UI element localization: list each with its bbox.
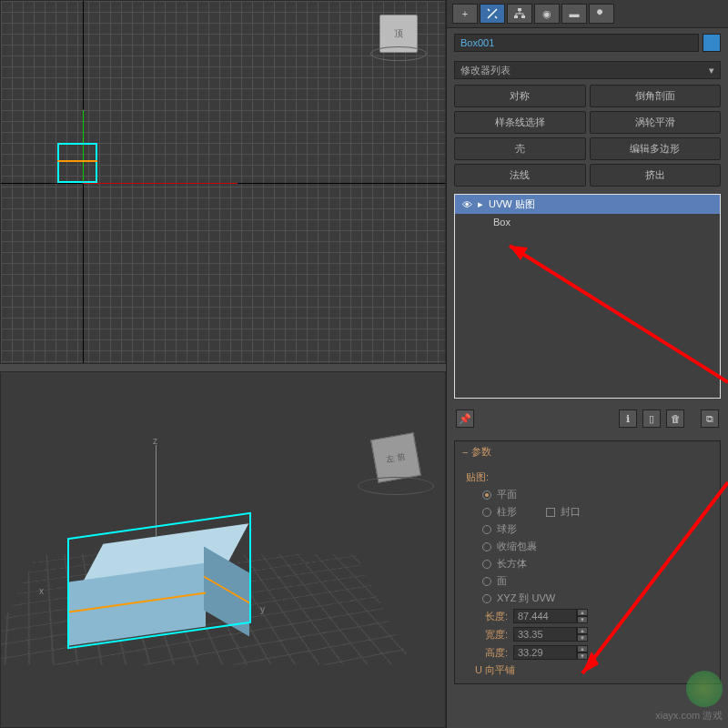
height-label: 高度: bbox=[475, 646, 508, 660]
btn-normal[interactable]: 法线 bbox=[454, 164, 586, 187]
stack-toolbar: 📌 ℹ ▯ 🗑 ⧉ bbox=[454, 404, 721, 433]
viewport-perspective[interactable]: z x y 左 前 bbox=[0, 371, 446, 728]
height-input[interactable] bbox=[513, 645, 577, 660]
width-input[interactable] bbox=[513, 627, 577, 642]
rollout-header[interactable]: 参数 bbox=[455, 441, 720, 462]
parameters-rollout: 参数 贴图: 平面 柱形封口 球形 收缩包裹 长方体 面 XYZ 到 UVW 长… bbox=[454, 440, 721, 684]
spinner-up-icon[interactable]: ▲ bbox=[577, 609, 588, 616]
hierarchy-icon bbox=[513, 7, 526, 20]
radio-icon bbox=[482, 542, 491, 551]
svg-rect-2 bbox=[521, 15, 525, 18]
selected-object-bounds[interactable] bbox=[57, 143, 97, 183]
btn-turbosmooth[interactable]: 涡轮平滑 bbox=[590, 111, 722, 134]
btn-extrude[interactable]: 挤出 bbox=[590, 164, 722, 187]
svg-rect-1 bbox=[514, 15, 518, 18]
modifier-stack[interactable]: 👁 ▸ UVW 贴图 Box bbox=[454, 194, 721, 399]
spinner-up-icon[interactable]: ▲ bbox=[577, 627, 588, 634]
viewcube-perspective[interactable]: 左 前 bbox=[374, 436, 418, 480]
radio-icon bbox=[482, 560, 491, 569]
height-spinner[interactable]: ▲▼ bbox=[513, 645, 588, 660]
u-tile-label: U 向平铺 bbox=[475, 663, 515, 677]
watermark-site: xiayx.com bbox=[655, 710, 700, 721]
tab-modify[interactable] bbox=[480, 4, 505, 24]
viewcube-ring[interactable] bbox=[370, 46, 427, 61]
radio-icon bbox=[482, 525, 491, 534]
btn-symmetry[interactable]: 对称 bbox=[454, 85, 586, 107]
configure-sets-button[interactable]: ⧉ bbox=[701, 410, 719, 428]
modifier-list-dropdown[interactable]: 修改器列表 ▾ bbox=[454, 61, 721, 79]
viewport-area: 顶 z x y 左 前 bbox=[0, 0, 446, 728]
radio-spherical[interactable]: 球形 bbox=[466, 521, 709, 538]
axis-z-label: z bbox=[153, 436, 157, 446]
make-unique-button[interactable]: ▯ bbox=[642, 410, 661, 428]
modifier-list-label: 修改器列表 bbox=[460, 64, 511, 77]
stack-item-label: UVW 贴图 bbox=[489, 197, 535, 211]
object-name-input[interactable] bbox=[454, 34, 699, 52]
pin-stack-button[interactable]: 📌 bbox=[456, 410, 474, 428]
length-spinner[interactable]: ▲▼ bbox=[513, 609, 588, 623]
chevron-down-icon: ▾ bbox=[709, 65, 714, 76]
radio-icon bbox=[482, 577, 491, 586]
tab-create[interactable]: + bbox=[452, 4, 478, 24]
spinner-down-icon[interactable]: ▼ bbox=[577, 616, 588, 623]
axis-z-line bbox=[156, 445, 157, 536]
gizmo-x-axis[interactable] bbox=[83, 183, 238, 184]
radio-box[interactable]: 长方体 bbox=[466, 555, 709, 572]
modify-icon bbox=[486, 7, 499, 20]
width-row: 宽度: ▲▼ bbox=[466, 625, 709, 643]
watermark-logo-icon bbox=[686, 671, 723, 707]
btn-chamfer[interactable]: 倒角剖面 bbox=[590, 85, 722, 107]
command-panel: + ◉ ▬ 修改器列表 ▾ 对称 倒角剖面 样条线选择 涡轮平滑 壳 编辑多边形… bbox=[446, 0, 728, 728]
length-label: 长度: bbox=[475, 610, 508, 623]
height-row: 高度: ▲▼ bbox=[466, 643, 709, 662]
modifier-buttons-grid: 对称 倒角剖面 样条线选择 涡轮平滑 壳 编辑多边形 法线 挤出 bbox=[454, 85, 721, 187]
tab-hierarchy[interactable] bbox=[507, 4, 532, 24]
spinner-down-icon[interactable]: ▼ bbox=[577, 634, 588, 642]
axis-x-label: x bbox=[39, 586, 44, 596]
radio-icon bbox=[482, 594, 491, 603]
show-end-result-button[interactable]: ℹ bbox=[619, 410, 637, 428]
remove-modifier-button[interactable]: 🗑 bbox=[666, 410, 684, 428]
watermark-brand: 游戏 bbox=[703, 710, 723, 721]
width-label: 宽度: bbox=[475, 628, 508, 642]
rollout-title: 参数 bbox=[471, 445, 491, 459]
radio-face[interactable]: 面 bbox=[466, 572, 709, 590]
eye-icon[interactable]: 👁 bbox=[462, 199, 472, 210]
tab-utilities[interactable] bbox=[589, 4, 614, 24]
watermark: xiayx.com 游戏 bbox=[655, 671, 723, 723]
viewcube-ring-persp[interactable] bbox=[358, 477, 434, 495]
length-input[interactable] bbox=[513, 609, 577, 623]
radio-planar[interactable]: 平面 bbox=[466, 486, 709, 503]
spinner-up-icon[interactable]: ▲ bbox=[577, 645, 588, 652]
radio-icon bbox=[482, 508, 491, 517]
radio-cylindrical[interactable]: 柱形封口 bbox=[466, 503, 709, 521]
viewport-top[interactable]: 顶 bbox=[0, 0, 446, 364]
spinner-down-icon[interactable]: ▼ bbox=[577, 652, 588, 660]
wrench-icon bbox=[595, 7, 608, 20]
object-name-row bbox=[447, 28, 728, 57]
stack-item-label: Box bbox=[493, 217, 511, 228]
object-color-swatch[interactable] bbox=[703, 34, 721, 52]
width-spinner[interactable]: ▲▼ bbox=[513, 627, 588, 642]
btn-edit-poly[interactable]: 编辑多边形 bbox=[590, 137, 722, 160]
command-panel-tabs: + ◉ ▬ bbox=[447, 0, 728, 28]
stack-item-box[interactable]: Box bbox=[455, 214, 720, 230]
btn-spline-select[interactable]: 样条线选择 bbox=[454, 111, 586, 134]
length-row: 长度: ▲▼ bbox=[466, 607, 709, 625]
viewcube-cube-icon[interactable]: 左 前 bbox=[370, 432, 421, 483]
mapping-group-label: 贴图: bbox=[466, 470, 709, 484]
axis-y-label: y bbox=[260, 604, 265, 614]
rollout-body: 贴图: 平面 柱形封口 球形 收缩包裹 长方体 面 XYZ 到 UVW 长度: … bbox=[455, 462, 720, 683]
tab-display[interactable]: ▬ bbox=[561, 4, 587, 24]
stack-item-uvw-map[interactable]: 👁 ▸ UVW 贴图 bbox=[455, 195, 720, 214]
btn-shell[interactable]: 壳 bbox=[454, 137, 586, 160]
radio-shrink-wrap[interactable]: 收缩包裹 bbox=[466, 538, 709, 555]
expand-icon[interactable]: ▸ bbox=[478, 198, 483, 210]
svg-rect-0 bbox=[518, 8, 521, 11]
radio-xyz-uvw[interactable]: XYZ 到 UVW bbox=[466, 590, 709, 607]
cap-checkbox[interactable] bbox=[546, 508, 555, 517]
selected-object-midline bbox=[57, 160, 97, 162]
tab-motion[interactable]: ◉ bbox=[534, 4, 560, 24]
radio-icon bbox=[482, 490, 491, 500]
